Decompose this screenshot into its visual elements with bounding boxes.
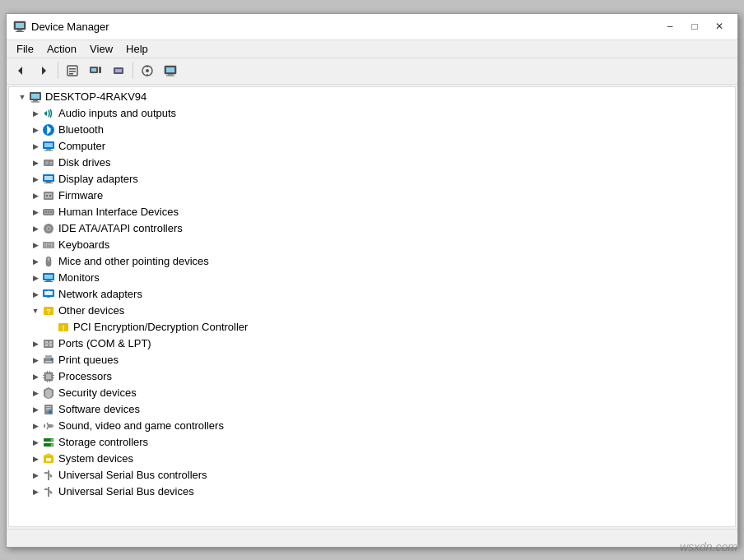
storage-expander[interactable]: ▶: [29, 436, 42, 449]
svg-rect-37: [44, 176, 53, 180]
tree-item-storage[interactable]: ▶ Storage controllers: [9, 434, 735, 451]
bluetooth-expander[interactable]: ▶: [29, 123, 42, 137]
tree-item-display[interactable]: ▶ Display adapters: [9, 171, 735, 187]
tree-item-bluetooth[interactable]: ▶ Bluetooth: [9, 122, 735, 138]
svg-rect-112: [44, 472, 47, 474]
maximize-button[interactable]: □: [683, 17, 706, 35]
tree-item-computer[interactable]: ▶ Computer: [9, 138, 735, 155]
minimize-button[interactable]: –: [658, 17, 681, 35]
usbdevices-expander[interactable]: ▶: [29, 485, 42, 498]
back-button[interactable]: [10, 60, 31, 81]
window-icon: [13, 20, 26, 33]
sound-expander[interactable]: ▶: [29, 419, 42, 433]
software-icon: [42, 403, 55, 416]
usb-expander[interactable]: ▶: [29, 469, 42, 482]
monitors-expander[interactable]: ▶: [29, 271, 42, 285]
ide-expander[interactable]: ▶: [29, 222, 42, 235]
system-expander[interactable]: ▶: [29, 452, 42, 465]
device-tree-panel[interactable]: ▼ DESKTOP-4RAKV94 ▶ Audio: [8, 86, 736, 527]
svg-rect-92: [49, 371, 50, 373]
tree-item-usbdevices[interactable]: ▶ Universal Serial Bus devices: [9, 484, 735, 500]
firmware-expander[interactable]: ▶: [29, 189, 42, 202]
svg-rect-66: [44, 281, 53, 282]
svg-rect-11: [91, 68, 96, 72]
svg-marker-5: [42, 67, 46, 75]
tree-item-printqueues[interactable]: ▶ Print queues: [9, 352, 735, 368]
menu-help[interactable]: Help: [119, 41, 155, 57]
tree-item-ports[interactable]: ▶ Ports (COM & LPT): [9, 336, 735, 352]
pci-label: PCI Encryption/Decryption Controller: [73, 321, 248, 333]
tree-item-usb[interactable]: ▶ Universal Serial Bus controllers: [9, 467, 735, 484]
tree-item-software[interactable]: ▶ Software devices: [9, 401, 735, 418]
close-button[interactable]: ✕: [708, 17, 731, 35]
status-bar: [7, 529, 737, 547]
tree-root[interactable]: ▼ DESKTOP-4RAKV94: [9, 89, 735, 105]
tree-item-system[interactable]: ▶ System devices: [9, 451, 735, 467]
display-label: Display adapters: [58, 173, 138, 185]
tree-item-sound[interactable]: ▶ Sound, video and game controllers: [9, 418, 735, 434]
menu-file[interactable]: File: [10, 41, 40, 57]
window-controls: – □ ✕: [658, 17, 731, 35]
properties-button[interactable]: [62, 60, 83, 81]
security-expander[interactable]: ▶: [29, 386, 42, 400]
tree-item-keyboards[interactable]: ▶ Keyboards: [9, 237, 735, 253]
svg-rect-9: [69, 73, 73, 75]
pci-expander: [44, 321, 57, 334]
root-label: DESKTOP-4RAKV94: [45, 90, 146, 103]
keyboards-expander[interactable]: ▶: [29, 238, 42, 252]
svg-rect-2: [17, 30, 22, 31]
root-expander[interactable]: ▼: [16, 90, 29, 104]
computer-expander[interactable]: ▶: [29, 140, 42, 153]
firmware-label: Firmware: [58, 189, 103, 201]
monitors-label: Monitors: [58, 271, 100, 284]
svg-rect-88: [43, 377, 44, 378]
svg-rect-43: [49, 195, 51, 197]
tree-item-processors[interactable]: ▶ Processors: [9, 368, 735, 385]
update-button[interactable]: [85, 60, 106, 81]
processors-expander[interactable]: ▶: [29, 370, 42, 383]
monitor-button[interactable]: [160, 60, 181, 81]
svg-marker-4: [18, 67, 22, 75]
tree-item-mice[interactable]: ▶ Mice and other pointing devices: [9, 253, 735, 270]
disk-expander[interactable]: ▶: [29, 156, 42, 169]
network-expander[interactable]: ▶: [29, 288, 42, 301]
svg-rect-90: [53, 377, 54, 378]
svg-rect-3: [16, 31, 24, 32]
svg-rect-94: [49, 381, 50, 382]
tree-item-network[interactable]: ▶ Network adapters: [9, 286, 735, 303]
svg-rect-80: [45, 343, 52, 345]
ports-expander[interactable]: ▶: [29, 337, 42, 350]
svg-rect-97: [46, 408, 51, 409]
tree-item-monitors[interactable]: ▶ Monitors: [9, 270, 735, 286]
tree-item-hid[interactable]: ▶ Human Interface Devices: [9, 204, 735, 220]
tree-item-security[interactable]: ▶ Security devices: [9, 385, 735, 401]
tree-item-firmware[interactable]: ▶ Firmware: [9, 187, 735, 204]
forward-button[interactable]: [33, 60, 54, 81]
software-expander[interactable]: ▶: [29, 403, 42, 416]
printqueues-expander[interactable]: ▶: [29, 354, 42, 367]
menu-view[interactable]: View: [83, 41, 119, 57]
svg-point-99: [49, 410, 52, 414]
tree-item-disk[interactable]: ▶ Disk drives: [9, 155, 735, 171]
svg-point-62: [48, 257, 50, 260]
tree-item-pci[interactable]: ! PCI Encryption/Decryption Controller: [9, 319, 735, 336]
svg-rect-21: [168, 74, 173, 76]
otherdevices-expander[interactable]: ▼: [29, 304, 42, 317]
tree-item-otherdevices[interactable]: ▼ ? Other devices: [9, 303, 735, 319]
menu-action[interactable]: Action: [40, 41, 83, 57]
display-expander[interactable]: ▶: [29, 173, 42, 186]
storage-icon: [42, 436, 55, 449]
audio-expander[interactable]: ▶: [29, 107, 42, 120]
hid-expander[interactable]: ▶: [29, 206, 42, 219]
scan-button[interactable]: [137, 60, 158, 81]
keyboards-label: Keyboards: [58, 238, 109, 251]
hid-icon: [42, 206, 55, 219]
tree-item-audio[interactable]: ▶ Audio inputs and outputs: [9, 105, 735, 122]
otherdevices-label: Other devices: [58, 304, 124, 317]
mice-expander[interactable]: ▶: [29, 255, 42, 268]
mice-icon: [42, 255, 55, 268]
svg-rect-117: [44, 488, 47, 490]
disk-label: Disk drives: [58, 156, 111, 169]
uninstall-button[interactable]: [108, 60, 129, 81]
tree-item-ide[interactable]: ▶ IDE ATA/ATAPI controllers: [9, 220, 735, 237]
